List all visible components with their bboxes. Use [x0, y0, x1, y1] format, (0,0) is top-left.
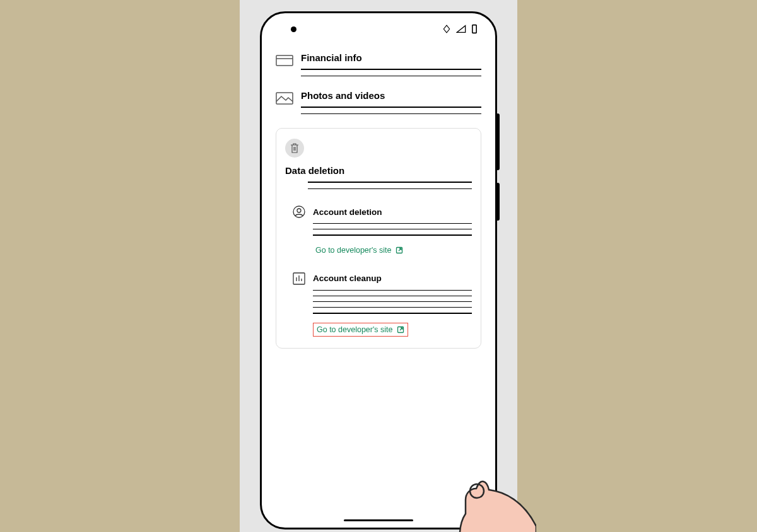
external-link-icon — [397, 326, 404, 333]
credit-card-icon — [276, 54, 293, 67]
placeholder-line — [301, 113, 481, 115]
placeholder-line — [313, 290, 472, 291]
phone-frame: Financial info Photos and videos — [260, 11, 497, 529]
link-label: Go to developer's site — [315, 246, 392, 255]
camera-dot-icon — [291, 26, 296, 32]
svg-rect-3 — [276, 93, 293, 104]
external-link-icon — [396, 246, 403, 254]
person-circle-icon — [293, 205, 305, 218]
placeholder-line — [301, 107, 481, 108]
card-title: Data deletion — [285, 165, 472, 176]
svg-rect-0 — [472, 25, 476, 33]
data-deletion-card: Data deletion Account deletion — [276, 128, 481, 349]
placeholder-line — [301, 69, 481, 70]
status-bar — [262, 13, 495, 45]
trash-icon — [285, 139, 304, 158]
battery-icon — [471, 24, 478, 34]
section-title: Financial info — [301, 52, 481, 63]
placeholder-line — [313, 313, 472, 313]
section-photos-videos[interactable]: Photos and videos — [276, 90, 481, 114]
go-to-developer-site-link-highlighted[interactable]: Go to developer's site — [313, 323, 408, 337]
status-icons — [442, 24, 478, 34]
go-to-developer-site-link[interactable]: Go to developer's site — [313, 245, 406, 256]
placeholder-line — [313, 234, 472, 235]
svg-point-5 — [297, 209, 301, 212]
section-financial-info[interactable]: Financial info — [276, 52, 481, 76]
svg-rect-1 — [276, 55, 293, 66]
home-indicator[interactable] — [344, 519, 413, 521]
placeholder-line — [308, 182, 472, 183]
sub-title: Account deletion — [313, 207, 382, 217]
placeholder-line — [313, 223, 472, 224]
link-label: Go to developer's site — [317, 325, 393, 334]
sub-title: Account cleanup — [313, 274, 382, 283]
placeholder-line — [313, 229, 472, 229]
placeholder-line — [313, 296, 472, 296]
sub-section-account-deletion: Account deletion Go to developer's site — [285, 205, 472, 256]
placeholder-line — [301, 76, 481, 77]
location-icon — [442, 25, 451, 33]
section-title: Photos and videos — [301, 90, 481, 101]
image-icon — [276, 91, 293, 105]
placeholder-line — [313, 301, 472, 302]
placeholder-line — [308, 188, 472, 190]
placeholder-line — [313, 307, 472, 308]
signal-icon — [456, 25, 466, 33]
chart-box-icon — [293, 272, 305, 285]
sub-section-account-cleanup: Account cleanup Go to developer's site — [285, 272, 472, 337]
main-content: Financial info Photos and videos — [262, 45, 495, 349]
